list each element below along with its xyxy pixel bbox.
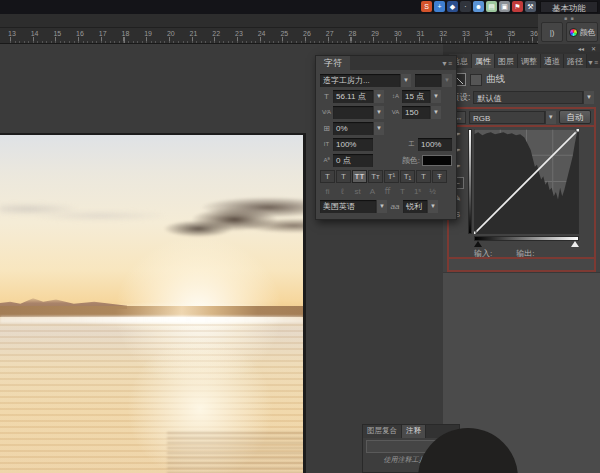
ruler-number: 32 — [439, 30, 447, 37]
chevron-down-icon[interactable]: ▼ — [441, 74, 452, 87]
ruler-number: 33 — [462, 30, 470, 37]
ruler-number: 29 — [371, 30, 379, 37]
chevron-down-icon[interactable]: ▼ — [373, 122, 384, 135]
language-field[interactable]: 美国英语 — [320, 200, 376, 213]
color-label: 颜色: — [402, 154, 422, 167]
ruler-number: 15 — [53, 30, 61, 37]
ruler-number: 36 — [530, 30, 538, 37]
channel-value: RGB — [469, 111, 545, 124]
workspace-switcher-button[interactable]: 基本功能 — [540, 1, 598, 13]
white-point-slider[interactable] — [571, 241, 579, 247]
color-wheel-icon — [569, 28, 578, 37]
person-icon[interactable]: ☻ — [473, 1, 484, 12]
chevron-down-icon[interactable]: ▼ — [373, 90, 384, 103]
annotation-box-footer — [447, 257, 596, 272]
gray-app-icon[interactable]: ▣ — [499, 1, 510, 12]
vertical-scale-field[interactable]: 100% — [333, 138, 373, 151]
char-style-button-0[interactable]: T — [320, 170, 335, 183]
char-style-button-3[interactable]: Tᴛ — [368, 170, 383, 183]
ruler-number: 14 — [31, 30, 39, 37]
ruler-number: 18 — [122, 30, 130, 37]
horizontal-scale-field[interactable]: 100% — [418, 138, 452, 151]
curves-plot[interactable] — [474, 129, 579, 234]
channel-dropdown[interactable]: RGB ▼ — [469, 111, 556, 124]
chevron-down-icon[interactable]: ▼ — [376, 200, 387, 213]
ruler-number: 30 — [394, 30, 402, 37]
ruler-number: 17 — [99, 30, 107, 37]
char-style-row: TTTTTᴛT¹T₁TŦ — [320, 170, 452, 183]
tab-属性[interactable]: 属性 — [472, 54, 495, 68]
chevron-down-icon[interactable]: ▼ — [583, 91, 594, 104]
char-opentype-button-2: st — [350, 186, 365, 197]
ruler-number: 25 — [280, 30, 288, 37]
flag-icon[interactable]: ⚑ — [512, 1, 523, 12]
ruler-number: 35 — [507, 30, 515, 37]
collapse-panels-icon[interactable]: ◂◂ — [578, 45, 584, 52]
font-style-field[interactable] — [415, 74, 441, 87]
chevron-down-icon[interactable]: ▼ — [373, 106, 384, 119]
ruler-number: 31 — [417, 30, 425, 37]
tab-注释[interactable]: 注释 — [402, 425, 426, 438]
char-style-button-1[interactable]: T — [336, 170, 351, 183]
right-dock: ◂◂ ✕ 信息属性图层调整通道路径▼≡ 曲线 预设: 默认值 ▼ ↔ RGB ▼… — [443, 44, 600, 473]
preset-dropdown[interactable]: 默认值 ▼ — [473, 91, 594, 104]
char-style-button-2[interactable]: TT — [352, 170, 367, 183]
char-style-button-6[interactable]: T — [416, 170, 431, 183]
page-icon[interactable]: ▤ — [486, 1, 497, 12]
input-gradient-bar — [474, 236, 579, 241]
tab-通道[interactable]: 通道 — [541, 54, 564, 68]
chevron-down-icon[interactable]: ▼ — [400, 74, 411, 87]
tracking-field[interactable]: 150 — [402, 106, 430, 119]
character-panel-tab[interactable]: 字符 — [316, 56, 350, 70]
panel-menu-icon[interactable]: ▼≡ — [441, 60, 456, 67]
brush-presets-icon: |) — [550, 28, 555, 37]
ruler-number: 27 — [326, 30, 334, 37]
chevron-down-icon[interactable]: ▼ — [545, 111, 556, 124]
font-family-field[interactable]: 造字工房力... — [320, 74, 400, 87]
blue-plus-icon[interactable]: + — [434, 1, 445, 12]
chevron-down-icon[interactable]: ▼ — [430, 106, 441, 119]
panel-menu-icon[interactable]: ▼≡ — [587, 59, 600, 68]
color-panel-button[interactable]: 颜色 — [566, 22, 598, 42]
char-opentype-button-0: fi — [320, 186, 335, 197]
navy-app-icon[interactable]: ◆ — [447, 1, 458, 12]
baseline-shift-field[interactable]: 0 点 — [333, 154, 373, 167]
curve-node-shadows — [474, 231, 476, 234]
ruler-number: 28 — [349, 30, 357, 37]
leading-field[interactable]: 15 点 — [402, 90, 430, 103]
character-panel-titlebar[interactable]: 字符 ▼≡ — [316, 56, 456, 70]
dark-app-icon[interactable]: · — [460, 1, 471, 12]
char-style-button-7[interactable]: Ŧ — [432, 170, 447, 183]
chevron-down-icon[interactable]: ▼ — [430, 90, 441, 103]
tab-图层复合[interactable]: 图层复合 — [363, 425, 402, 438]
annotation-box-channel: ↔ RGB ▼ 自动 — [447, 107, 596, 127]
auto-button[interactable]: 自动 — [559, 110, 591, 124]
ruler-number: 23 — [235, 30, 243, 37]
annotation-box-curve: ✒✒✒~✎S 输入: 输出: — [447, 125, 596, 259]
font-size-icon: T — [320, 90, 333, 103]
dock-grip-dots-icon: ■ ■ — [564, 15, 574, 21]
swirl-logo-icon[interactable]: S — [421, 1, 432, 12]
wrench-icon[interactable]: ⚒ — [525, 1, 536, 12]
color-panel-label: 颜色 — [580, 27, 596, 38]
tab-调整[interactable]: 调整 — [518, 54, 541, 68]
char-style-button-4[interactable]: T¹ — [384, 170, 399, 183]
char-opentype-button-7: ½ — [425, 186, 440, 197]
black-point-slider[interactable] — [474, 241, 482, 247]
anti-alias-field[interactable]: 锐利 — [403, 200, 427, 213]
kerning-field[interactable] — [333, 106, 373, 119]
tab-图层[interactable]: 图层 — [495, 54, 518, 68]
tab-路径[interactable]: 路径 — [564, 54, 587, 68]
close-panel-icon[interactable]: ✕ — [591, 45, 596, 52]
font-size-field[interactable]: 56.11 点 — [333, 90, 373, 103]
top-system-bar: S+◆·☻▤▣⚑⚒ 基本功能 — [0, 0, 600, 14]
text-color-swatch[interactable] — [422, 155, 452, 166]
water-highlight — [0, 316, 303, 323]
chevron-down-icon[interactable]: ▼ — [427, 200, 438, 213]
char-style-button-5[interactable]: T₁ — [400, 170, 415, 183]
document-canvas[interactable] — [0, 133, 306, 473]
proportional-spacing-field[interactable]: 0% — [333, 122, 373, 135]
brush-presets-panel-button[interactable]: |) — [541, 22, 563, 42]
clip-to-layer-icon[interactable] — [470, 74, 482, 86]
curves-grid[interactable] — [474, 129, 579, 234]
